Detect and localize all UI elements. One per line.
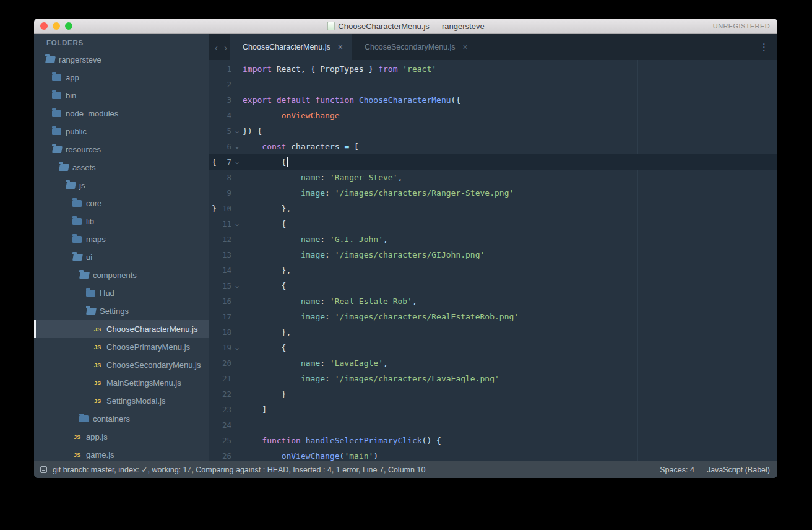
- tab-choosecharactermenu-js[interactable]: ChooseCharacterMenu.js×: [230, 34, 352, 60]
- fold-arrow-icon: [231, 61, 243, 77]
- code-line-3[interactable]: 3export default function ChooseCharacter…: [209, 92, 777, 108]
- syntax-setting[interactable]: JavaScript (Babel): [707, 466, 770, 474]
- token: :: [325, 374, 335, 383]
- token: [243, 142, 262, 151]
- code-line-20[interactable]: 20 name: 'LavaEagle',: [209, 355, 777, 371]
- gutter-bracket: [209, 371, 217, 386]
- code-line-4[interactable]: 4 onViewChange: [209, 108, 777, 123]
- tree-item-core[interactable]: core: [34, 194, 209, 212]
- token: const: [262, 142, 286, 151]
- minimize-window-button[interactable]: [53, 22, 60, 30]
- code-line-18[interactable]: 18 },: [209, 324, 777, 340]
- code-editor[interactable]: 1import React, { PropTypes } from 'react…: [209, 60, 777, 461]
- fold-arrow-icon[interactable]: ⌄: [231, 154, 243, 170]
- code-text: function handleSelectPrimaryClick() {: [243, 433, 777, 448]
- tree-item-label: containers: [93, 414, 130, 424]
- code-line-23[interactable]: 23 ]: [209, 402, 777, 417]
- code-line-11[interactable]: 11⌄ {: [209, 216, 777, 232]
- indent-setting[interactable]: Spaces: 4: [660, 466, 694, 474]
- tree-item-settings[interactable]: Settings: [34, 302, 209, 320]
- code-line-2[interactable]: 2: [209, 77, 777, 92]
- tree-item-label: ChooseCharacterMenu.js: [106, 324, 197, 334]
- token: }: [243, 389, 286, 399]
- code-line-24[interactable]: 24: [209, 417, 777, 433]
- code-line-22[interactable]: 22 }: [209, 386, 777, 402]
- tree-item-resources[interactable]: resources: [34, 141, 209, 159]
- code-line-6[interactable]: 6⌄ const characters = [: [209, 139, 777, 154]
- tab-close-icon[interactable]: ×: [338, 43, 343, 51]
- gutter: 4: [209, 108, 243, 123]
- fold-arrow-icon[interactable]: ⌄: [231, 340, 243, 355]
- code-line-17[interactable]: 17 image: '/images/characters/RealEstate…: [209, 309, 777, 324]
- line-number: 2: [217, 77, 231, 92]
- gutter-bracket: [209, 386, 217, 402]
- fold-arrow-icon: [231, 77, 243, 92]
- tree-item-label: core: [86, 199, 102, 208]
- tree-item-app[interactable]: app: [34, 69, 209, 87]
- code-line-15[interactable]: 15⌄ {: [209, 278, 777, 293]
- token: {: [243, 343, 286, 352]
- gutter-bracket: [209, 92, 217, 108]
- token: [243, 374, 301, 383]
- close-window-button[interactable]: [40, 22, 48, 30]
- tree-item-chooseprimarymenu-js[interactable]: JSChoosePrimaryMenu.js: [34, 338, 209, 356]
- tab-nav-back-icon[interactable]: ‹: [212, 34, 221, 60]
- token: 'react': [402, 64, 436, 74]
- tree-item-js[interactable]: js: [34, 176, 209, 194]
- tree-item-containers[interactable]: containers: [34, 410, 209, 428]
- tab-nav-forward-icon[interactable]: ›: [221, 34, 230, 60]
- tree-item-game-js[interactable]: JSgame.js: [34, 446, 209, 461]
- tree-item-node-modules[interactable]: node_modules: [34, 105, 209, 123]
- line-number: 19: [217, 340, 231, 355]
- tree-item-rangersteve[interactable]: rangersteve: [34, 51, 209, 69]
- fold-arrow-icon: [231, 309, 243, 324]
- code-line-14[interactable]: 14 },: [209, 263, 777, 278]
- code-text: import React, { PropTypes } from 'react': [243, 61, 777, 77]
- tree-item-assets[interactable]: assets: [34, 159, 209, 176]
- tree-item-components[interactable]: components: [34, 266, 209, 284]
- folder-icon: [72, 200, 82, 207]
- code-line-9[interactable]: 9 image: '/images/characters/Ranger-Stev…: [209, 185, 777, 201]
- tree-item-bin[interactable]: bin: [34, 87, 209, 105]
- fold-arrow-icon[interactable]: ⌄: [231, 139, 243, 154]
- token: }) {: [243, 126, 262, 136]
- code-line-5[interactable]: 5⌄}) {: [209, 123, 777, 139]
- fold-arrow-icon[interactable]: ⌄: [231, 216, 243, 232]
- tree-item-choosesecondarymenu-js[interactable]: JSChooseSecondaryMenu.js: [34, 356, 209, 374]
- zoom-window-button[interactable]: [65, 22, 72, 30]
- tree-item-public[interactable]: public: [34, 123, 209, 141]
- code-line-7[interactable]: {7⌄ {: [209, 154, 777, 170]
- code-text: },: [243, 201, 777, 216]
- tree-item-label: Hud: [100, 289, 114, 298]
- tree-item-ui[interactable]: ui: [34, 248, 209, 266]
- code-line-1[interactable]: 1import React, { PropTypes } from 'react…: [209, 61, 777, 77]
- code-line-21[interactable]: 21 image: '/images/characters/LavaEagle.…: [209, 371, 777, 386]
- token: handleSelectPrimaryClick: [306, 436, 422, 445]
- code-line-19[interactable]: 19⌄ {: [209, 340, 777, 355]
- titlebar: ChooseCharacterMenu.js — rangersteve UNR…: [34, 19, 777, 34]
- code-line-12[interactable]: 12 name: 'G.I. John',: [209, 232, 777, 247]
- tree-item-lib[interactable]: lib: [34, 212, 209, 230]
- code-line-13[interactable]: 13 image: '/images/characters/GIJohn.png…: [209, 247, 777, 263]
- gutter: 16: [209, 293, 243, 309]
- tree-item-mainsettingsmenu-js[interactable]: JSMainSettingsMenu.js: [34, 374, 209, 392]
- tree-item-maps[interactable]: maps: [34, 230, 209, 248]
- code-line-26[interactable]: 26 onViewChange('main'): [209, 448, 777, 461]
- code-line-8[interactable]: 8 name: 'Ranger Steve',: [209, 170, 777, 185]
- fold-arrow-icon[interactable]: ⌄: [231, 123, 243, 139]
- fold-arrow-icon[interactable]: ⌄: [231, 278, 243, 293]
- tree-item-hud[interactable]: Hud: [34, 284, 209, 302]
- line-number: 10: [217, 201, 231, 216]
- tab-choosesecondarymenu-js[interactable]: ChooseSecondaryMenu.js×: [352, 34, 477, 60]
- token: {: [243, 281, 286, 290]
- tab-close-icon[interactable]: ×: [463, 43, 468, 51]
- tree-item-app-js[interactable]: JSapp.js: [34, 428, 209, 446]
- code-line-16[interactable]: 16 name: 'Real Estate Rob',: [209, 293, 777, 309]
- code-line-10[interactable]: }10 },: [209, 201, 777, 216]
- tab-overflow-icon[interactable]: ⋮: [751, 34, 777, 60]
- code-line-25[interactable]: 25 function handleSelectPrimaryClick() {: [209, 433, 777, 448]
- tree-item-choosecharactermenu-js[interactable]: JSChooseCharacterMenu.js: [34, 320, 209, 338]
- tree-item-settingsmodal-js[interactable]: JSSettingsModal.js: [34, 392, 209, 410]
- panel-toggle-icon[interactable]: [40, 466, 47, 473]
- token: [243, 297, 301, 306]
